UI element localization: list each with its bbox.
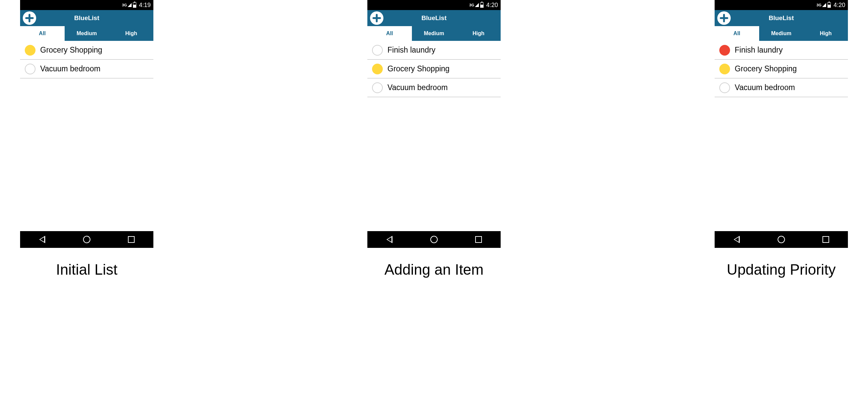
priority-dot[interactable] [719,45,730,56]
app-bar: BlueList [367,10,501,26]
phone-screen-0: 3G 4:19 BlueList All Medium High Grocery… [20,0,153,248]
priority-dot[interactable] [372,82,383,93]
screen-caption: Initial List [56,261,117,278]
priority-dot[interactable] [372,64,383,75]
circle-icon [778,236,785,243]
app-title: BlueList [422,14,447,22]
tabs: All Medium High [20,26,153,41]
priority-dot[interactable] [372,45,383,56]
back-icon [386,236,393,243]
tab-high[interactable]: High [803,26,848,41]
app-bar: BlueList [715,10,848,26]
item-text: Vacuum bedroom [40,64,100,73]
tab-all[interactable]: All [20,26,65,41]
priority-dot[interactable] [25,45,35,56]
app-bar: BlueList [20,10,153,26]
circle-icon [83,236,90,243]
tab-high[interactable]: High [109,26,153,41]
square-icon [823,236,829,243]
back-button[interactable] [727,231,747,248]
home-button[interactable] [77,231,97,248]
list-item[interactable]: Grocery Shopping [367,60,501,78]
screen-caption: Updating Priority [727,261,836,278]
app-title: BlueList [74,14,99,22]
status-bar: 3G 4:20 [367,0,501,10]
back-icon [734,236,740,243]
back-button[interactable] [379,231,400,248]
tabs: All Medium High [715,26,848,41]
tab-all[interactable]: All [367,26,412,41]
list-item[interactable]: Grocery Shopping [20,41,153,60]
tabs: All Medium High [367,26,501,41]
nav-bar [367,231,501,248]
battery-icon [828,2,831,8]
signal-icon [822,3,826,7]
network-indicator: 3G [469,3,474,7]
item-text: Vacuum bedroom [735,83,795,92]
network-indicator: 3G [816,3,822,7]
list-area: Grocery Shopping Vacuum bedroom [20,41,153,231]
list-item[interactable]: Grocery Shopping [715,60,848,78]
back-icon [39,236,45,243]
signal-icon [475,3,479,7]
square-icon [475,236,482,243]
status-bar: 3G 4:20 [715,0,848,10]
plus-icon [718,12,730,24]
circle-icon [430,236,438,243]
status-bar: 3G 4:19 [20,0,153,10]
add-button[interactable] [370,11,383,25]
tab-medium[interactable]: Medium [412,26,457,41]
list-item[interactable]: Vacuum bedroom [20,60,153,78]
clock: 4:19 [139,2,151,9]
priority-dot[interactable] [719,82,730,93]
battery-icon [133,2,136,8]
add-button[interactable] [23,11,36,25]
signal-icon [128,3,132,7]
list-item[interactable]: Finish laundry [367,41,501,60]
svg-rect-5 [372,17,381,19]
tab-all[interactable]: All [715,26,759,41]
tab-medium[interactable]: Medium [65,26,109,41]
plus-icon [371,12,383,24]
tab-high[interactable]: High [456,26,501,41]
add-button[interactable] [717,11,731,25]
battery-icon [480,2,484,8]
back-button[interactable] [32,231,52,248]
nav-bar [20,231,153,248]
tab-medium[interactable]: Medium [759,26,804,41]
item-text: Grocery Shopping [735,64,797,73]
clock: 4:20 [486,2,498,9]
square-icon [128,236,135,243]
nav-bar [715,231,848,248]
list-item[interactable]: Finish laundry [715,41,848,60]
list-area: Finish laundry Grocery Shopping Vacuum b… [367,41,501,231]
list-area: Finish laundry Grocery Shopping Vacuum b… [715,41,848,231]
priority-dot[interactable] [719,64,730,75]
phone-screen-2: 3G 4:20 BlueList All Medium High Finish … [715,0,848,248]
clock: 4:20 [834,2,845,9]
list-item[interactable]: Vacuum bedroom [715,78,848,97]
screen-caption: Adding an Item [384,261,484,278]
item-text: Grocery Shopping [388,64,450,73]
plus-icon [24,12,35,24]
home-button[interactable] [771,231,791,248]
network-indicator: 3G [122,3,127,7]
item-text: Vacuum bedroom [388,83,448,92]
priority-dot[interactable] [25,64,35,75]
recent-button[interactable] [121,231,141,248]
recent-button[interactable] [816,231,836,248]
home-button[interactable] [424,231,444,248]
svg-rect-2 [25,17,33,19]
recent-button[interactable] [468,231,489,248]
phone-screen-1: 3G 4:20 BlueList All Medium High Finish … [367,0,501,248]
item-text: Finish laundry [388,46,435,55]
app-title: BlueList [769,14,794,22]
svg-rect-8 [720,17,728,19]
item-text: Finish laundry [735,46,783,55]
list-item[interactable]: Vacuum bedroom [367,78,501,97]
item-text: Grocery Shopping [40,46,102,55]
